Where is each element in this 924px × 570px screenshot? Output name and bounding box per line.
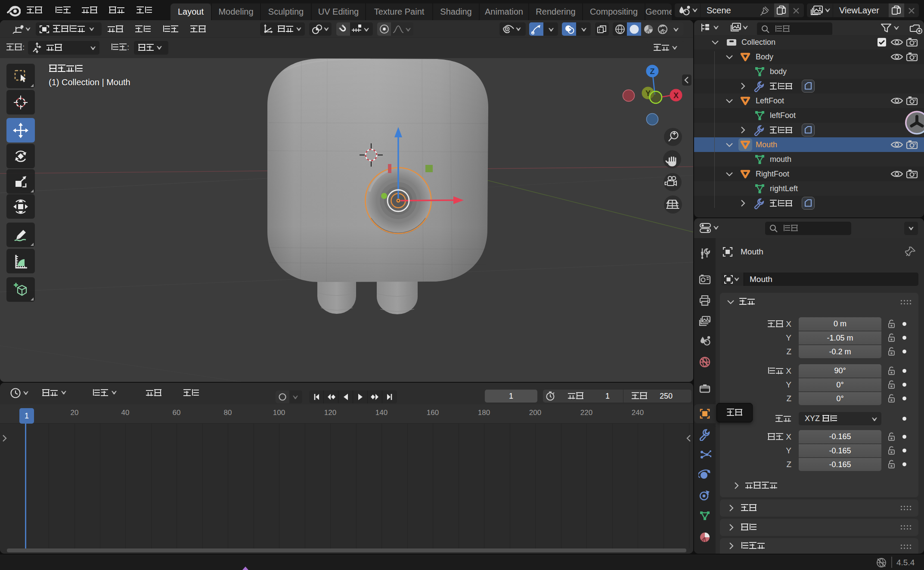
svg-text:X: X [673, 91, 679, 100]
svg-text:Z: Z [650, 67, 655, 76]
